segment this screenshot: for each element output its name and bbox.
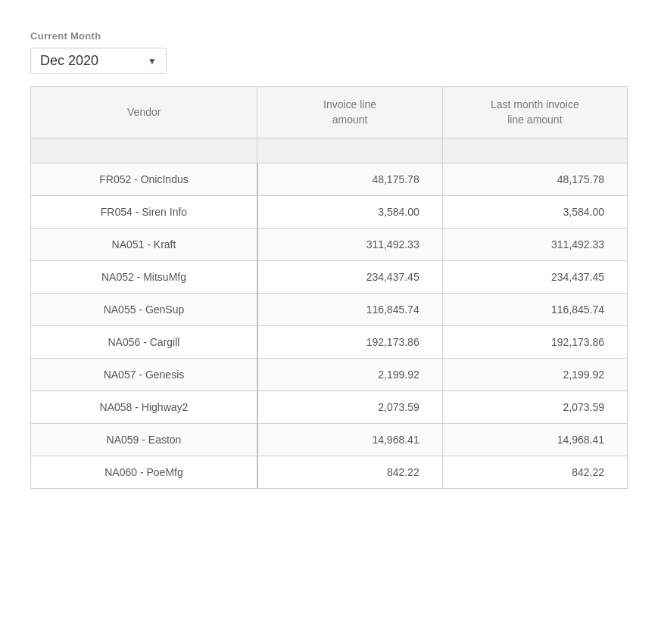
invoice-line-amount-column-header: Invoice lineamount [257, 87, 442, 138]
invoice-line-amount-cell: 116,845.74 [257, 294, 442, 326]
section-label: Current Month [30, 30, 628, 42]
table-row: NA052 - MitsuMfg234,437.45234,437.45 [31, 261, 628, 294]
vendor-cell: NA055 - GenSup [31, 294, 257, 326]
vendor-cell: NA060 - PoeMfg [31, 456, 257, 489]
table-row: NA060 - PoeMfg842.22842.22 [31, 456, 628, 489]
table-row: NA057 - Genesis2,199.922,199.92 [31, 359, 628, 391]
invoice-line-amount-cell: 14,968.41 [257, 424, 442, 456]
last-month-invoice-line-amount-cell: 3,584.00 [442, 196, 627, 229]
invoice-line-amount-cell: 2,073.59 [257, 391, 442, 424]
table-row: FR052 - OnicIndus48,175.7848,175.78 [31, 163, 628, 196]
invoice-line-amount-cell: 234,437.45 [257, 261, 442, 294]
vendor-cell: FR052 - OnicIndus [31, 163, 257, 196]
vendor-cell: NA058 - Highway2 [31, 391, 257, 424]
last-month-invoice-line-amount-cell: 2,073.59 [442, 391, 627, 424]
last-month-invoice-line-amount-cell: 116,845.74 [442, 294, 627, 326]
vendor-cell: NA056 - Cargill [31, 326, 257, 359]
vendor-cell: NA057 - Genesis [31, 359, 257, 391]
current-month-dropdown[interactable]: Dec 2020 ▼ [30, 48, 167, 74]
invoice-line-amount-cell: 2,199.92 [257, 359, 442, 391]
table-row: NA056 - Cargill192,173.86192,173.86 [31, 326, 628, 359]
invoice-line-amount-cell: 842.22 [257, 456, 442, 489]
table-row: NA055 - GenSup116,845.74116,845.74 [31, 294, 628, 326]
table-row: NA051 - Kraft311,492.33311,492.33 [31, 229, 628, 261]
last-month-invoice-line-amount-cell: 234,437.45 [442, 261, 627, 294]
chevron-down-icon: ▼ [148, 56, 157, 67]
table-row: FR054 - Siren Info3,584.003,584.00 [31, 196, 628, 229]
last-month-invoice-line-amount-cell: 311,492.33 [442, 229, 627, 261]
page-container: Current Month Dec 2020 ▼ Vendor Invoice … [15, 15, 643, 504]
table-row: NA059 - Easton14,968.4114,968.41 [31, 424, 628, 456]
last-month-invoice-line-amount-cell: 192,173.86 [442, 326, 627, 359]
vendor-cell: FR054 - Siren Info [31, 196, 257, 229]
invoice-line-amount-cell: 192,173.86 [257, 326, 442, 359]
vendor-cell: NA051 - Kraft [31, 229, 257, 261]
last-month-invoice-line-amount-cell: 2,199.92 [442, 359, 627, 391]
vendor-cell: NA059 - Easton [31, 424, 257, 456]
last-month-invoice-line-amount-column-header: Last month invoiceline amount [442, 87, 627, 138]
invoice-line-amount-cell: 311,492.33 [257, 229, 442, 261]
vendor-column-header: Vendor [31, 87, 257, 138]
table-row: NA058 - Highway22,073.592,073.59 [31, 391, 628, 424]
invoice-line-amount-cell: 3,584.00 [257, 196, 442, 229]
invoice-line-amount-cell: 48,175.78 [257, 163, 442, 196]
vendor-cell: NA052 - MitsuMfg [31, 261, 257, 294]
vendor-table: Vendor Invoice lineamount Last month inv… [30, 86, 628, 489]
last-month-invoice-line-amount-cell: 14,968.41 [442, 424, 627, 456]
dropdown-value: Dec 2020 [40, 53, 98, 69]
last-month-invoice-line-amount-cell: 842.22 [442, 456, 627, 489]
last-month-invoice-line-amount-cell: 48,175.78 [442, 163, 627, 196]
